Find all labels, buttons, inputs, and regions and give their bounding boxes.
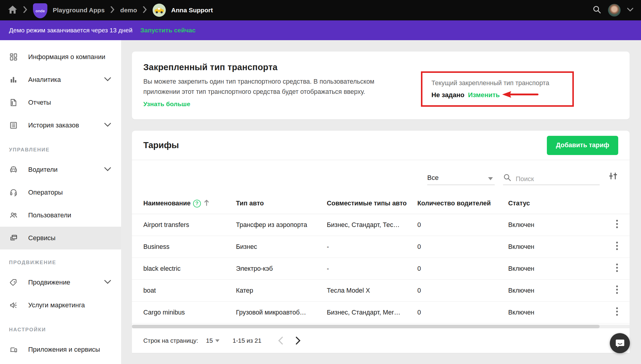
- demo-banner-text: Демо режим заканчивается через 13 дней: [9, 27, 133, 34]
- chevron-down-icon[interactable]: [627, 7, 633, 13]
- rows-per-page-select[interactable]: 15: [206, 337, 219, 344]
- onde-logo[interactable]: onde: [33, 3, 47, 18]
- topbar-right: [592, 4, 633, 16]
- caret-down-icon: [215, 339, 219, 342]
- cell-name: Airport transfers: [143, 221, 236, 229]
- cell-compatible: Бизнес, Стандарт, Mer…: [327, 309, 417, 316]
- cell-type: Бизнес: [236, 243, 327, 251]
- sidebar-section-management: УПРАВЛЕНИЕ: [0, 142, 121, 158]
- table-row[interactable]: Cargo minibus Грузовой микроавтоб… Бизне…: [132, 302, 630, 324]
- analytics-icon: [9, 75, 18, 84]
- rows-per-page-value: 15: [206, 337, 213, 344]
- sidebar-item-apps-services[interactable]: Приложения и сервисы: [0, 338, 121, 361]
- tariffs-filter-row: Все: [132, 160, 630, 193]
- table-row[interactable]: Airport transfers Трансфер из аэропорта …: [132, 214, 630, 236]
- chat-widget-button[interactable]: [610, 333, 630, 353]
- sidebar-item-operators[interactable]: Операторы: [0, 181, 121, 204]
- cell-name: black electric: [143, 265, 236, 273]
- chevron-down-icon[interactable]: [104, 77, 111, 82]
- operators-icon: [9, 188, 18, 197]
- learn-more-link[interactable]: Узнать больше: [143, 100, 190, 108]
- filter-settings-icon[interactable]: [608, 171, 618, 182]
- column-header-status[interactable]: Статус: [508, 200, 606, 207]
- sidebar-item-services[interactable]: Сервисы: [0, 227, 121, 249]
- column-header-driver-count[interactable]: Количество водителей: [417, 200, 508, 207]
- rows-per-page-label: Строк на страницу:: [143, 337, 198, 344]
- row-menu-icon[interactable]: [616, 241, 618, 252]
- breadcrumb-env[interactable]: demo: [120, 7, 137, 14]
- pinned-transport-card: Закрепленный тип транспорта Вы можете за…: [132, 52, 630, 119]
- breadcrumb-app[interactable]: Playground Apps: [53, 7, 105, 14]
- change-type-link[interactable]: Изменить: [468, 91, 500, 99]
- horizontal-scrollbar[interactable]: [132, 325, 630, 328]
- chevron-down-icon[interactable]: [104, 167, 111, 172]
- page: onde Playground Apps demo Anna Support: [0, 0, 641, 364]
- sidebar-item-label: Информация о компании: [28, 53, 105, 61]
- search-input[interactable]: [516, 175, 588, 183]
- column-header-name[interactable]: Наименование: [143, 200, 191, 207]
- cell-compatible: -: [327, 243, 417, 251]
- status-filter-value: Все: [427, 174, 439, 182]
- services-icon: [9, 234, 18, 243]
- current-type-label: Текущий закрепленный тип транспорта: [431, 79, 563, 87]
- company-avatar[interactable]: [153, 4, 166, 17]
- order-history-icon: [9, 121, 18, 130]
- column-header-compatible[interactable]: Совместимые типы авто: [327, 200, 417, 207]
- cell-compatible: -: [327, 265, 417, 273]
- chevron-down-icon[interactable]: [104, 280, 111, 285]
- cell-status: Включен: [508, 309, 606, 316]
- sidebar-item-promotion[interactable]: Продвижение: [0, 271, 121, 294]
- current-type-value: Не задано: [431, 91, 464, 99]
- row-menu-icon[interactable]: [616, 307, 618, 318]
- sidebar-item-label: Сервисы: [28, 234, 55, 242]
- launch-now-link[interactable]: Запустить сейчас: [140, 27, 195, 34]
- company-info-icon: [9, 52, 18, 61]
- sidebar-item-company-info[interactable]: Информация о компании: [0, 46, 121, 68]
- sidebar-item-label: Аналитика: [28, 76, 61, 84]
- sidebar-item-drivers[interactable]: Водители: [0, 158, 121, 181]
- row-menu-icon[interactable]: [616, 219, 618, 231]
- search-icon: [503, 173, 511, 183]
- row-menu-icon[interactable]: [616, 263, 618, 274]
- sidebar-item-label: Приложения и сервисы: [28, 346, 100, 354]
- sidebar-item-label: Услуги маркетинга: [28, 301, 85, 309]
- pagination-bar: Строк на страницу: 15 1-15 из 21: [132, 328, 630, 353]
- cell-drivers: 0: [417, 265, 508, 273]
- table-row[interactable]: Business Бизнес - 0 Включен: [132, 236, 630, 258]
- column-header-car-type[interactable]: Тип авто: [236, 200, 327, 207]
- breadcrumb-separator-icon: [142, 6, 147, 14]
- breadcrumb-separator-icon: [110, 6, 115, 14]
- status-filter-select[interactable]: Все: [427, 168, 495, 185]
- apps-services-icon: [9, 345, 18, 354]
- cell-name: boat: [143, 287, 236, 294]
- next-page-button[interactable]: [291, 333, 305, 348]
- sidebar-item-analytics[interactable]: Аналитика: [0, 68, 121, 91]
- sidebar-item-marketing-services[interactable]: Услуги маркетинга: [0, 294, 121, 317]
- sidebar-item-reports[interactable]: Отчеты: [0, 91, 121, 114]
- sort-asc-icon[interactable]: [203, 199, 210, 208]
- main-content: Закрепленный тип транспорта Вы можете за…: [121, 40, 641, 364]
- scrollbar-thumb[interactable]: [132, 325, 600, 328]
- tariffs-card: Тарифы Добавить тариф Все: [132, 131, 630, 353]
- search-icon[interactable]: [592, 5, 601, 15]
- sidebar-section-settings: НАСТРОЙКИ: [0, 321, 121, 338]
- table-row[interactable]: black electric Электро-кэб - 0 Включен: [132, 258, 630, 280]
- home-icon[interactable]: [8, 5, 17, 15]
- previous-page-button[interactable]: [273, 333, 288, 348]
- help-icon[interactable]: ?: [193, 200, 201, 207]
- sidebar-item-order-history[interactable]: История заказов: [0, 114, 121, 137]
- table-row[interactable]: boat Катер Тесла Model X 0 Включен: [132, 280, 630, 302]
- cell-type: Грузовой микроавтоб…: [236, 309, 327, 316]
- add-tariff-button[interactable]: Добавить тариф: [547, 136, 618, 155]
- user-avatar[interactable]: [608, 4, 621, 16]
- cell-status: Включен: [508, 221, 606, 229]
- sidebar-item-users[interactable]: Пользователи: [0, 204, 121, 227]
- top-bar: onde Playground Apps demo Anna Support: [0, 0, 641, 20]
- breadcrumb-user[interactable]: Anna Support: [171, 7, 213, 14]
- row-menu-icon[interactable]: [616, 285, 618, 296]
- sidebar-item-label: Операторы: [28, 189, 63, 196]
- chevron-down-icon[interactable]: [104, 123, 111, 128]
- sidebar-item-label: Пользователи: [28, 211, 71, 219]
- sidebar-section-promotion: ПРОДВИЖЕНИЕ: [0, 254, 121, 271]
- caret-down-icon: [488, 177, 493, 180]
